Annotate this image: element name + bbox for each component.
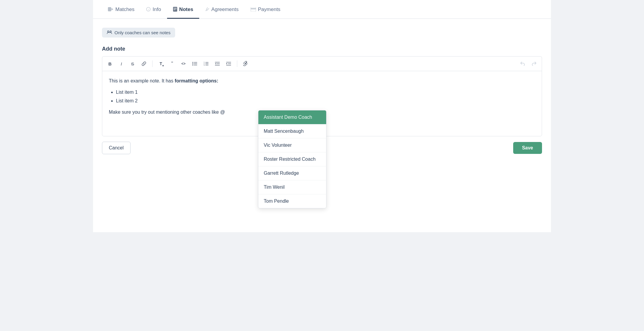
mention-item-2[interactable]: Vic Volunteer — [258, 138, 326, 152]
attachment-button[interactable] — [240, 58, 251, 69]
separator-2 — [237, 60, 237, 67]
blockquote-button[interactable]: " — [167, 58, 178, 69]
page-container: Matches i Info Notes — [93, 0, 551, 232]
strikethrough-button[interactable]: S — [127, 58, 138, 69]
bullet-list-button[interactable] — [189, 58, 200, 69]
svg-text:3.: 3. — [204, 64, 205, 66]
svg-marker-27 — [215, 63, 216, 64]
note-line1: This is an example note. It has formatti… — [109, 77, 535, 85]
tab-agreements[interactable]: Agreements — [199, 0, 245, 19]
list-item-1: List item 1 — [116, 88, 535, 96]
mention-item-4[interactable]: Garrett Rutledge — [258, 166, 326, 180]
svg-point-18 — [192, 65, 193, 65]
svg-point-14 — [192, 62, 193, 63]
history-group — [517, 58, 539, 69]
mention-item-6[interactable]: Tom Pendle — [258, 194, 326, 208]
format-group: B I S — [105, 58, 149, 69]
block-group: T ▼ " <> 1. — [155, 58, 234, 69]
italic-button[interactable]: I — [116, 58, 127, 69]
editor-toolbar: B I S T ▼ " <> — [102, 56, 542, 71]
svg-rect-0 — [108, 7, 111, 11]
svg-rect-10 — [251, 7, 256, 11]
content-area: Only coaches can see notes Add note B I … — [93, 19, 551, 163]
link-button[interactable] — [139, 58, 149, 69]
mention-item-5[interactable]: Tim Wenil — [258, 180, 326, 194]
tab-matches-label: Matches — [115, 7, 134, 13]
coaches-only-badge: Only coaches can see notes — [102, 28, 175, 38]
tab-notes[interactable]: Notes — [167, 0, 199, 19]
svg-point-12 — [108, 31, 109, 32]
payments-icon — [251, 7, 256, 12]
tab-info-label: Info — [153, 7, 161, 13]
list-item-2: List item 2 — [116, 97, 535, 105]
agreements-icon — [205, 7, 209, 13]
matches-icon — [108, 7, 113, 12]
indent-decrease-button[interactable] — [212, 58, 223, 69]
tab-agreements-label: Agreements — [211, 7, 239, 13]
mention-item-0[interactable]: Assistant Demo Coach — [258, 110, 326, 124]
add-note-heading: Add note — [102, 46, 542, 52]
tab-payments-label: Payments — [258, 7, 281, 13]
code-button[interactable]: <> — [178, 58, 189, 69]
mention-item-1[interactable]: Matt Sencenbaugh — [258, 124, 326, 138]
note-list: List item 1 List item 2 — [116, 88, 535, 105]
save-button[interactable]: Save — [513, 142, 542, 154]
notes-icon — [173, 7, 177, 13]
svg-rect-11 — [251, 8, 256, 9]
svg-marker-1 — [111, 8, 113, 10]
svg-point-13 — [110, 31, 111, 32]
tab-payments[interactable]: Payments — [245, 0, 287, 19]
tab-matches[interactable]: Matches — [102, 0, 140, 19]
badge-icon — [107, 30, 112, 35]
ordered-list-button[interactable]: 1. 2. 3. — [201, 58, 211, 69]
svg-point-16 — [192, 63, 193, 64]
svg-rect-4 — [173, 7, 177, 12]
info-icon: i — [146, 7, 150, 12]
separator-1 — [152, 60, 153, 67]
font-size-button[interactable]: T ▼ — [155, 58, 166, 69]
tab-notes-label: Notes — [179, 7, 193, 13]
bold-button[interactable]: B — [105, 58, 115, 69]
tab-info[interactable]: i Info — [140, 0, 167, 19]
redo-button[interactable] — [529, 58, 539, 69]
svg-marker-31 — [226, 63, 227, 64]
cancel-button[interactable]: Cancel — [102, 142, 131, 154]
undo-button[interactable] — [517, 58, 528, 69]
svg-text:i: i — [148, 8, 149, 11]
tabs-nav: Matches i Info Notes — [93, 0, 551, 19]
mention-item-3[interactable]: Roster Restricted Coach — [258, 152, 326, 166]
note-bold: formatting options: — [175, 78, 218, 83]
mention-dropdown: Assistant Demo Coach Matt Sencenbaugh Vi… — [258, 110, 326, 208]
indent-increase-button[interactable] — [223, 58, 234, 69]
badge-text: Only coaches can see notes — [114, 30, 170, 35]
